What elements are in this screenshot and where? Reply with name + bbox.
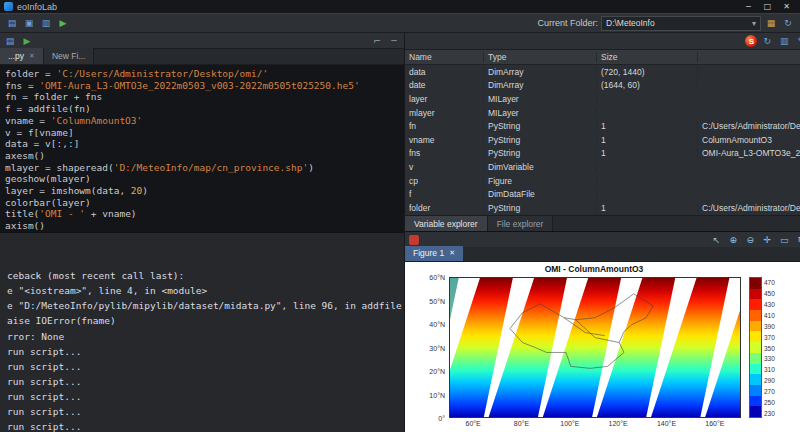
variable-explorer-header: S ↻▥✎⚙✕ xyxy=(405,33,800,50)
variable-type: Figure xyxy=(484,176,597,186)
current-folder-combo[interactable]: D:\MeteoInfo ▾ xyxy=(601,16,761,31)
maximize-button[interactable]: □ xyxy=(758,2,777,11)
figures-toolbar: ↖⊕⊖✛▭↻ℹ⚙ xyxy=(405,232,800,247)
variable-type: DimDataFile xyxy=(484,189,597,199)
minimize-button[interactable]: ─ xyxy=(739,2,758,11)
variable-name: folder xyxy=(405,203,484,213)
colorbar-segment xyxy=(750,396,761,407)
new-file-icon[interactable]: ▤ xyxy=(3,34,17,48)
code-line: data = v[:,:] xyxy=(5,138,404,150)
variable-name: v xyxy=(405,162,484,172)
close-tab-icon[interactable]: ✕ xyxy=(29,52,35,60)
y-tick-label: 40°N xyxy=(429,321,445,328)
variable-row[interactable]: fnPyString1C:/Users/Administrator/Deskto… xyxy=(405,119,800,133)
variable-value: C:/Users/Administrator/Desktop/omi/ xyxy=(698,203,800,213)
close-button[interactable]: ✕ xyxy=(777,2,796,11)
editor-tab[interactable]: New Fi... xyxy=(44,48,95,64)
editor-tab-label: ...py xyxy=(8,51,24,61)
select-icon[interactable]: ↖ xyxy=(709,233,723,247)
editor-panel: ▤▶ ⌐─ ...py✕New Fi... folder = 'C:/Users… xyxy=(0,33,404,232)
variable-row[interactable]: vnamePyString1ColumnAmountO3 xyxy=(405,133,800,147)
save-variables-icon[interactable]: ▥ xyxy=(777,34,791,48)
variable-name: vname xyxy=(405,135,484,145)
new-script-icon[interactable]: ▤ xyxy=(5,16,19,30)
browse-folder-icon[interactable]: ▦ xyxy=(764,16,778,30)
rotate-icon[interactable]: ↻ xyxy=(794,233,800,247)
variable-row[interactable]: cpFigure xyxy=(405,174,800,188)
column-header[interactable]: Name xyxy=(405,52,484,62)
variable-value: OMI-Aura_L3-OMTO3e_2022m05... xyxy=(698,148,800,158)
variable-row[interactable]: fnsPyString1OMI-Aura_L3-OMTO3e_2022m05..… xyxy=(405,147,800,161)
colorbar-segment xyxy=(750,374,761,385)
variable-name: layer xyxy=(405,94,484,104)
variable-row[interactable]: mlayerMILayer xyxy=(405,106,800,120)
tab-figure-1[interactable]: Figure 1 ✕ xyxy=(405,246,463,261)
code-line: axism() xyxy=(5,220,404,232)
run-script-icon[interactable]: ▶ xyxy=(56,16,70,30)
variable-type: PyString xyxy=(484,148,597,158)
tab-variable-explorer[interactable]: Variable explorer xyxy=(405,216,488,231)
x-tick-label: 140°E xyxy=(657,420,676,427)
y-tick-label: 30°N xyxy=(429,344,445,351)
code-editor[interactable]: folder = 'C:/Users/Administrator/Desktop… xyxy=(0,65,404,232)
variable-size: (1644, 60) xyxy=(597,80,698,90)
column-header[interactable]: Size xyxy=(597,52,698,62)
code-line: title('OMI - ' + vname) xyxy=(5,208,404,220)
code-line: fn = folder + fns xyxy=(5,91,404,103)
code-line: folder = 'C:/Users/Administrator/Desktop… xyxy=(5,68,404,80)
console-line: run script... xyxy=(7,419,404,432)
colorbar-tick: 250 xyxy=(764,398,775,405)
refresh-icon[interactable]: ↻ xyxy=(760,34,774,48)
code-line: axesm() xyxy=(5,150,404,162)
colorbar-tick: 390 xyxy=(764,322,775,329)
save-icon[interactable]: ▥ xyxy=(39,16,53,30)
edit-variable-icon[interactable]: ✎ xyxy=(794,34,800,48)
editor-tab[interactable]: ...py✕ xyxy=(0,48,44,64)
variable-value: C:/Users/Administrator/Desktop/om... xyxy=(698,121,800,131)
colorbar-tick: 450 xyxy=(764,290,775,297)
variable-row[interactable]: vDimVariable xyxy=(405,160,800,174)
run-icon[interactable]: ▶ xyxy=(20,34,34,48)
y-tick-label: 50°N xyxy=(429,297,445,304)
pan-icon[interactable]: ✛ xyxy=(760,233,774,247)
variable-name: cp xyxy=(405,176,484,186)
x-tick-label: 100°E xyxy=(560,420,579,427)
close-figure-icon[interactable]: ✕ xyxy=(449,249,455,257)
full-extent-icon[interactable]: ▭ xyxy=(777,233,791,247)
variable-table-body: dataDimArray(720, 1440)dateDimArray(1644… xyxy=(405,65,800,215)
variable-size: 1 xyxy=(597,148,698,158)
x-axis-ticks: 60°E80°E100°E120°E140°E160°E xyxy=(449,420,739,431)
variable-row[interactable]: dateDimArray(1644, 60) xyxy=(405,79,800,93)
variable-row[interactable]: fDimDataFile xyxy=(405,187,800,201)
float-panel-icon[interactable]: ⌐ xyxy=(370,34,384,48)
colorbar-tick: 230 xyxy=(764,409,775,416)
colorbar-segment xyxy=(750,321,761,332)
refresh-folder-icon[interactable]: ↻ xyxy=(781,16,795,30)
y-axis-ticks: 0°10°N20°N30°N40°N50°N60°N xyxy=(415,277,447,418)
variable-name: f xyxy=(405,189,484,199)
code-line: fns = 'OMI-Aura_L3-OMTO3e_2022m0503_v003… xyxy=(5,80,404,92)
y-tick-label: 20°N xyxy=(429,368,445,375)
x-tick-label: 120°E xyxy=(609,420,628,427)
tab-file-explorer[interactable]: File explorer xyxy=(488,216,554,231)
variable-size: (720, 1440) xyxy=(597,67,698,77)
code-line: f = addfile(fn) xyxy=(5,103,404,115)
variable-table-header: NameTypeSize xyxy=(405,50,800,65)
variable-size: 1 xyxy=(597,135,698,145)
colorbar-segment xyxy=(750,278,761,289)
zoom-out-icon[interactable]: ⊖ xyxy=(743,233,757,247)
zoom-in-icon[interactable]: ⊕ xyxy=(726,233,740,247)
variable-row[interactable]: dataDimArray(720, 1440) xyxy=(405,65,800,79)
current-folder-value: D:\MeteoInfo xyxy=(606,18,655,28)
variable-name: fns xyxy=(405,148,484,158)
code-line: v = f[vname] xyxy=(5,127,404,139)
minimize-panel-icon[interactable]: ─ xyxy=(387,34,401,48)
open-file-icon[interactable]: ▣ xyxy=(22,16,36,30)
variable-row[interactable]: layerMILayer xyxy=(405,92,800,106)
colorbar-tick: 270 xyxy=(764,387,775,394)
figure-plot[interactable]: OMI - ColumnAmountO3 0°10°N20°N30°N40°N5… xyxy=(405,262,800,432)
colorbar-tick: 350 xyxy=(764,344,775,351)
column-header[interactable]: Type xyxy=(484,52,597,62)
variable-row[interactable]: folderPyString1C:/Users/Administrator/De… xyxy=(405,201,800,215)
console-panel[interactable]: ceback (most recent call last):e "<iostr… xyxy=(0,232,404,432)
